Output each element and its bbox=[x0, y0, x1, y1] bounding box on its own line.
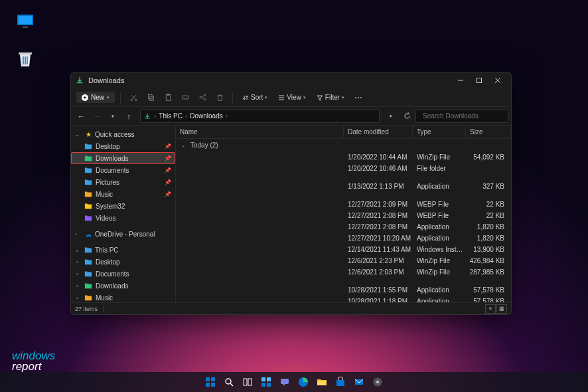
sidebar-item-downloads[interactable]: ›Downloads bbox=[71, 280, 175, 292]
svg-rect-21 bbox=[211, 383, 215, 387]
back-button[interactable]: ← bbox=[74, 108, 88, 124]
svg-rect-24 bbox=[244, 379, 247, 385]
new-button[interactable]: + New ▾ bbox=[76, 92, 115, 103]
more-button[interactable]: ⋯ bbox=[351, 90, 366, 105]
file-row[interactable]: 12/27/2021 10:20 AMApplication1,820 KB bbox=[176, 233, 511, 244]
rename-button[interactable] bbox=[178, 90, 192, 105]
recent-button[interactable]: ▾ bbox=[106, 108, 120, 124]
svg-rect-1 bbox=[19, 16, 32, 24]
taskbar-search[interactable] bbox=[221, 374, 237, 390]
svg-rect-18 bbox=[206, 377, 210, 381]
svg-rect-32 bbox=[317, 381, 327, 385]
delete-button[interactable] bbox=[212, 90, 227, 105]
file-row[interactable]: 12/14/2021 11:43 AMWindows Installer ...… bbox=[176, 244, 511, 255]
file-row[interactable]: 12/27/2021 2:08 PMApplication1,820 KB bbox=[176, 221, 511, 233]
minimize-button[interactable] bbox=[451, 73, 470, 88]
sidebar-item-desktop[interactable]: Desktop📌 bbox=[71, 140, 175, 152]
svg-point-15 bbox=[204, 99, 205, 100]
sidebar-section[interactable]: ⌄★Quick access bbox=[71, 128, 175, 140]
titlebar: Downloads bbox=[71, 72, 511, 88]
column-date[interactable]: Date modified bbox=[344, 126, 413, 138]
column-name[interactable]: Name bbox=[176, 126, 344, 138]
column-type[interactable]: Type bbox=[413, 126, 466, 138]
sidebar: ⌄★Quick accessDesktop📌Downloads📌Document… bbox=[71, 126, 176, 302]
sidebar-item-desktop[interactable]: ›Desktop bbox=[71, 256, 175, 268]
file-row[interactable]: 10/28/2021 1:18 PMApplication57,578 KB bbox=[176, 296, 511, 302]
search-input[interactable] bbox=[423, 112, 507, 120]
details-view-button[interactable]: ≡ bbox=[485, 304, 496, 314]
svg-rect-30 bbox=[281, 379, 289, 384]
sort-icon bbox=[242, 94, 249, 101]
downloads-icon bbox=[143, 112, 151, 120]
svg-point-14 bbox=[200, 96, 201, 98]
close-button[interactable] bbox=[488, 73, 507, 88]
refresh-button[interactable] bbox=[400, 108, 414, 124]
up-button[interactable]: ↑ bbox=[121, 108, 136, 124]
svg-point-7 bbox=[135, 99, 136, 100]
svg-rect-5 bbox=[477, 78, 482, 83]
sidebar-section[interactable]: ›☁OneDrive - Personal bbox=[71, 228, 175, 240]
watermark-logo: windows report bbox=[12, 351, 55, 372]
desktop-icon-this-pc[interactable] bbox=[12, 11, 38, 33]
forward-button[interactable]: → bbox=[90, 108, 104, 124]
taskbar bbox=[0, 372, 588, 392]
file-row[interactable]: 12/27/2021 2:09 PMWEBP File22 KB bbox=[176, 199, 511, 210]
svg-rect-26 bbox=[261, 377, 265, 381]
breadcrumb-item[interactable]: This PC bbox=[159, 112, 183, 120]
svg-rect-25 bbox=[248, 379, 252, 385]
file-row[interactable]: 10/28/2021 1:55 PMApplication57,578 KB bbox=[176, 284, 511, 296]
column-size[interactable]: Size bbox=[466, 126, 511, 138]
maximize-button[interactable] bbox=[470, 73, 488, 88]
file-row[interactable]: 12/6/2021 2:03 PMWinZip File287,985 KB bbox=[176, 266, 511, 278]
window-title: Downloads bbox=[88, 76, 451, 84]
file-row[interactable]: 1/13/2022 1:13 PMApplication327 KB bbox=[176, 181, 511, 192]
taskbar-start[interactable] bbox=[202, 374, 218, 390]
file-row[interactable]: 1/20/2022 10:44 AMWinZip File54,092 KB bbox=[176, 151, 511, 163]
nav-row: ← → ▾ ↑ › This PC › Downloads › ▾ bbox=[71, 107, 511, 126]
svg-point-36 bbox=[376, 381, 379, 383]
taskbar-explorer[interactable] bbox=[314, 374, 330, 390]
sidebar-section[interactable]: ⌄This PC bbox=[71, 244, 175, 256]
breadcrumb[interactable]: › This PC › Downloads › bbox=[140, 110, 380, 123]
breadcrumb-item[interactable]: Downloads bbox=[190, 112, 222, 120]
svg-rect-33 bbox=[336, 380, 344, 386]
thumbnails-view-button[interactable]: ▦ bbox=[496, 304, 507, 314]
taskbar-edge[interactable] bbox=[295, 374, 311, 390]
recent-locations-button[interactable]: ▾ bbox=[384, 108, 398, 124]
copy-button[interactable] bbox=[143, 90, 158, 105]
svg-point-13 bbox=[204, 94, 205, 96]
toolbar: + New ▾ Sort ▾ View ▾ Filter ▾ ⋯ bbox=[71, 88, 511, 107]
sidebar-item-documents[interactable]: ›Documents bbox=[71, 268, 175, 280]
file-list: ⌄ Today (2) 1/20/2022 10:44 AMWinZip Fil… bbox=[176, 139, 511, 302]
cut-button[interactable] bbox=[126, 90, 141, 105]
taskbar-chat[interactable] bbox=[277, 374, 293, 390]
share-button[interactable] bbox=[195, 90, 210, 105]
sidebar-item-videos[interactable]: Videos bbox=[71, 212, 175, 224]
filter-button[interactable]: Filter ▾ bbox=[313, 94, 348, 101]
taskbar-mail[interactable] bbox=[351, 374, 367, 390]
search-box[interactable] bbox=[415, 110, 508, 123]
paste-button[interactable] bbox=[161, 90, 175, 105]
sidebar-item-system32[interactable]: System32 bbox=[71, 200, 175, 212]
file-row[interactable]: 12/6/2021 2:23 PMWinZip File426,984 KB bbox=[176, 255, 511, 266]
sidebar-item-music[interactable]: Music📌 bbox=[71, 188, 175, 200]
sidebar-item-pictures[interactable]: Pictures📌 bbox=[71, 176, 175, 188]
taskbar-taskview[interactable] bbox=[240, 374, 256, 390]
sidebar-item-music[interactable]: ›Music bbox=[71, 292, 175, 302]
svg-rect-27 bbox=[267, 377, 271, 381]
file-row[interactable]: 1/20/2022 10:46 AMFile folder bbox=[176, 163, 511, 174]
taskbar-widgets[interactable] bbox=[258, 374, 274, 390]
sidebar-item-documents[interactable]: Documents📌 bbox=[71, 164, 175, 176]
svg-rect-10 bbox=[166, 94, 171, 100]
sort-button[interactable]: Sort ▾ bbox=[238, 94, 271, 101]
chevron-down-icon: ▾ bbox=[107, 95, 110, 100]
desktop-icon-recycle-bin[interactable] bbox=[12, 48, 38, 70]
file-row[interactable]: 12/27/2021 2:08 PMWEBP File22 KB bbox=[176, 210, 511, 221]
downloads-icon bbox=[75, 76, 84, 85]
taskbar-store[interactable] bbox=[332, 374, 348, 390]
svg-rect-28 bbox=[261, 383, 265, 387]
group-header[interactable]: ⌄ Today (2) bbox=[176, 139, 511, 151]
sidebar-item-downloads[interactable]: Downloads📌 bbox=[71, 152, 175, 164]
taskbar-settings[interactable] bbox=[370, 374, 386, 390]
view-button[interactable]: View ▾ bbox=[274, 94, 310, 101]
